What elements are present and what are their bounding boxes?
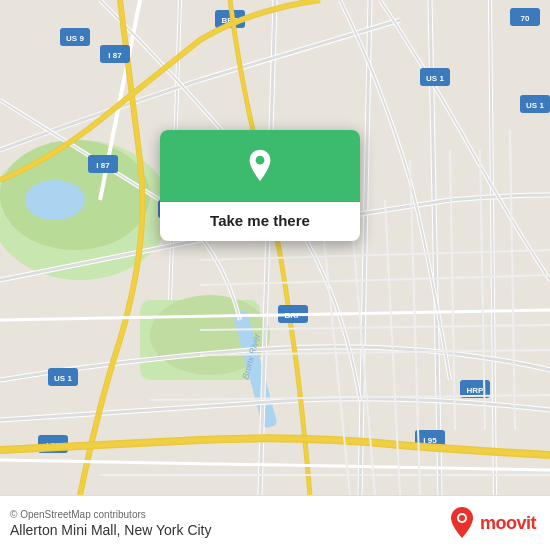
moovit-logo: moovit bbox=[448, 506, 536, 540]
svg-text:I 87: I 87 bbox=[108, 51, 122, 60]
svg-text:70: 70 bbox=[521, 14, 530, 23]
svg-text:I 87: I 87 bbox=[96, 161, 110, 170]
svg-text:US 1: US 1 bbox=[54, 374, 72, 383]
moovit-wordmark: moovit bbox=[480, 513, 536, 534]
svg-point-5 bbox=[25, 180, 85, 220]
location-name: Allerton Mini Mall, New York City bbox=[10, 522, 212, 538]
svg-text:US 1: US 1 bbox=[526, 101, 544, 110]
svg-text:US 1: US 1 bbox=[426, 74, 444, 83]
svg-point-62 bbox=[459, 515, 465, 521]
moovit-pin-icon bbox=[448, 506, 476, 540]
take-me-there-button[interactable]: Take me there bbox=[194, 202, 326, 241]
svg-point-60 bbox=[256, 156, 265, 165]
map-view[interactable]: I 87 I 87 US 9 BRP BRP US 1 US 1 70 US 1… bbox=[0, 0, 550, 495]
popup-header bbox=[160, 130, 360, 202]
location-pin-icon bbox=[240, 148, 280, 188]
bottom-bar: © OpenStreetMap contributors Allerton Mi… bbox=[0, 495, 550, 550]
copyright-text: © OpenStreetMap contributors bbox=[10, 509, 212, 520]
svg-text:HRP: HRP bbox=[467, 386, 485, 395]
location-popup: Take me there bbox=[160, 130, 360, 241]
svg-text:US 9: US 9 bbox=[66, 34, 84, 43]
